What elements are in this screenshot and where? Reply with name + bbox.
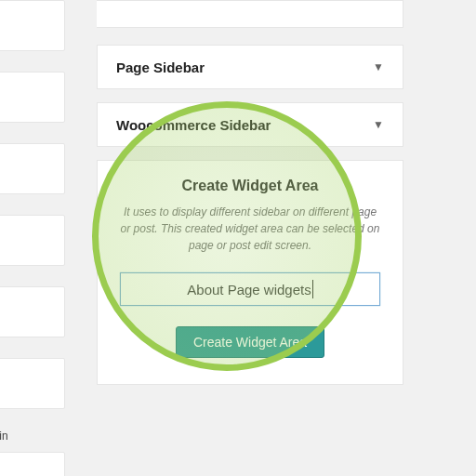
sidebar-section-woocommerce[interactable]: Woocommerce Sidebar ▼: [97, 102, 403, 147]
widget-box[interactable]: [0, 0, 65, 51]
widget-box[interactable]: [0, 452, 65, 476]
create-widget-area-panel: Create Widget Area It uses to display di…: [97, 160, 403, 385]
chevron-down-icon: ▼: [373, 118, 384, 131]
widget-box[interactable]: [0, 215, 65, 266]
collapsed-panel-stub: [97, 0, 403, 28]
widget-area-name-input[interactable]: About Page widgets: [120, 272, 380, 306]
widget-box[interactable]: [0, 143, 65, 194]
panel-heading: Create Widget Area: [118, 178, 382, 194]
section-title: Woocommerce Sidebar: [116, 117, 271, 133]
text-caret: [312, 280, 313, 298]
partial-text: s in: [0, 430, 65, 443]
widget-box[interactable]: [0, 286, 65, 337]
main-column: Page Sidebar ▼ Woocommerce Sidebar ▼ Cre…: [97, 0, 403, 385]
section-title: Page Sidebar: [116, 60, 205, 75]
input-value: About Page widgets: [187, 282, 311, 298]
create-widget-area-button[interactable]: Create Widget Area: [176, 326, 324, 358]
widget-box[interactable]: [0, 72, 65, 123]
secondary-column: s in: [0, 0, 65, 476]
sidebar-section-page[interactable]: Page Sidebar ▼: [97, 45, 403, 89]
widget-box[interactable]: [0, 358, 65, 409]
chevron-down-icon: ▼: [373, 60, 384, 73]
panel-description: It uses to display different sidebar on …: [118, 204, 382, 254]
